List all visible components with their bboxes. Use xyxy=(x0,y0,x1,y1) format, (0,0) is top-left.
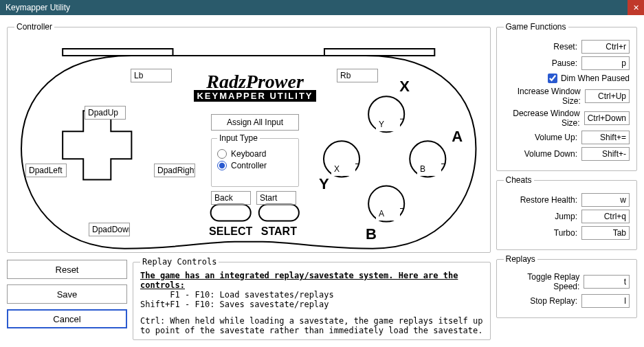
y-input[interactable]: Y xyxy=(376,117,400,131)
ch-restore-label: Restore Health: xyxy=(520,195,577,205)
svg-text:START: START xyxy=(261,225,297,237)
replay-line4: to point of the savestate rather than im… xyxy=(140,326,483,335)
x-input[interactable]: X xyxy=(331,162,355,176)
replay-fieldset: Replay Controls The game has an integrat… xyxy=(133,257,491,340)
gf-incwin-value[interactable]: Ctrl+Up xyxy=(585,89,630,103)
gf-decwin-label: Decrease Window Size: xyxy=(504,109,580,128)
a-input[interactable]: A xyxy=(376,207,400,221)
game-functions-legend: Game Functions xyxy=(504,22,568,32)
ch-jump-label: Jump: xyxy=(555,212,577,221)
back-input[interactable]: Back xyxy=(211,191,251,205)
replay-legend: Replay Controls xyxy=(140,257,219,267)
dpad-up-input[interactable]: DpadUp xyxy=(85,106,126,120)
gf-dim-row[interactable]: Dim When Paused xyxy=(504,74,630,83)
left-column: Controller X Y A B SELECT xyxy=(7,22,491,340)
gf-voldown-label: Volume Down: xyxy=(524,149,577,159)
radio-keyboard-label: Keyboard xyxy=(231,149,266,159)
svg-text:B: B xyxy=(366,225,377,243)
cheats-legend: Cheats xyxy=(504,175,534,185)
radio-keyboard-input[interactable] xyxy=(217,149,227,159)
gf-volup-value[interactable]: Shift+= xyxy=(581,131,630,144)
logo-script: RadzPrower xyxy=(190,73,320,90)
svg-rect-4 xyxy=(211,205,251,221)
controller-fieldset: Controller X Y A B SELECT xyxy=(7,22,491,253)
gf-pause-value[interactable]: p xyxy=(581,56,630,70)
replay-line2: Shift+F1 - F10: Saves savestate/replay xyxy=(140,300,483,309)
gf-decwin-value[interactable]: Ctrl+Down xyxy=(584,111,630,125)
ch-jump-value[interactable]: Ctrl+q xyxy=(581,210,630,223)
dpad-left-input[interactable]: DpadLeft xyxy=(25,164,67,177)
dpad-right-input[interactable]: DpadRight xyxy=(154,164,195,177)
svg-rect-5 xyxy=(259,205,299,221)
assign-all-button[interactable]: Assign All Input xyxy=(211,114,299,131)
replay-line1: F1 - F10: Load savestates/replays xyxy=(140,290,483,300)
cheats-fieldset: Cheats Restore Health:w Jump:Ctrl+q Turb… xyxy=(496,175,638,250)
ch-turbo-value[interactable]: Tab xyxy=(581,226,630,240)
window-title: Keymapper Utility xyxy=(5,3,70,12)
back-start-row: Back Start xyxy=(211,191,296,205)
b-input[interactable]: B xyxy=(417,162,441,176)
rp-toggle-label: Toggle Replay Speed: xyxy=(504,272,580,291)
ch-restore-value[interactable]: w xyxy=(581,193,630,207)
save-button[interactable]: Save xyxy=(7,284,127,304)
replays-legend: Replays xyxy=(504,254,537,264)
gf-voldown-value[interactable]: Shift+- xyxy=(581,147,630,161)
svg-text:A: A xyxy=(452,128,463,145)
rb-input[interactable]: Rb xyxy=(337,69,378,82)
rp-stop-label: Stop Replay: xyxy=(530,296,577,306)
window-body: Controller X Y A B SELECT xyxy=(0,15,644,347)
radio-controller-input[interactable] xyxy=(217,161,227,170)
gf-pause-label: Pause: xyxy=(552,58,577,68)
game-functions-fieldset: Game Functions Reset:Ctrl+r Pause:p Dim … xyxy=(496,22,638,171)
replay-heading: The game has an integrated replay/savest… xyxy=(140,271,483,290)
gf-volup-label: Volume Up: xyxy=(535,133,577,142)
gf-incwin-label: Increase Window Size: xyxy=(504,87,581,106)
right-column: Game Functions Reset:Ctrl+r Pause:p Dim … xyxy=(496,22,638,340)
svg-text:Y: Y xyxy=(319,175,329,192)
gf-reset-value[interactable]: Ctrl+r xyxy=(581,40,630,54)
rp-toggle-value[interactable]: t xyxy=(584,275,630,289)
radio-controller-label: Controller xyxy=(231,161,267,170)
action-buttons: Reset Save Cancel xyxy=(7,257,127,340)
svg-text:X: X xyxy=(399,78,410,95)
cancel-button[interactable]: Cancel xyxy=(7,309,127,328)
logo-sub: KEYMAPPER UTILITY xyxy=(194,90,315,102)
close-button[interactable]: ✕ xyxy=(628,0,644,15)
start-input[interactable]: Start xyxy=(256,191,296,205)
radio-keyboard[interactable]: Keyboard xyxy=(217,149,293,159)
controller-legend: Controller xyxy=(14,22,54,32)
rp-stop-value[interactable]: l xyxy=(581,294,630,308)
reset-button[interactable]: Reset xyxy=(7,260,127,279)
logo: RadzPrower KEYMAPPER UTILITY xyxy=(190,73,320,102)
ch-turbo-label: Turbo: xyxy=(554,228,577,238)
gf-dim-label: Dim When Paused xyxy=(561,74,630,83)
radio-controller[interactable]: Controller xyxy=(217,161,293,170)
input-type-legend: Input Type xyxy=(217,133,260,143)
dpad-down-input[interactable]: DpadDown xyxy=(89,223,130,236)
svg-text:SELECT: SELECT xyxy=(209,225,252,237)
replay-line3: Ctrl: When held while loading a savestat… xyxy=(140,316,483,326)
bottom-row: Reset Save Cancel Replay Controls The ga… xyxy=(7,257,491,340)
close-icon: ✕ xyxy=(633,3,639,12)
input-type-fieldset: Input Type Keyboard Controller xyxy=(211,133,299,187)
gf-dim-checkbox[interactable] xyxy=(548,74,557,83)
lb-input[interactable]: Lb xyxy=(131,69,172,82)
titlebar: Keymapper Utility ✕ xyxy=(0,0,644,15)
replays-fieldset: Replays Toggle Replay Speed:t Stop Repla… xyxy=(496,254,638,318)
gf-reset-label: Reset: xyxy=(553,42,577,52)
